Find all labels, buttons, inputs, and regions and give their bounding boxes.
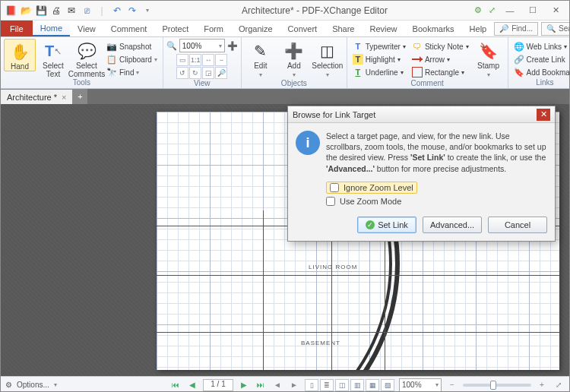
advanced-button[interactable]: Advanced... — [423, 217, 482, 233]
advanced-label: Advanced... — [430, 220, 474, 229]
hand-tool-button[interactable]: ✋ Hand — [4, 39, 36, 71]
zoom-out-button[interactable]: − — [446, 379, 458, 391]
select-comments-button[interactable]: 💬 Select Comments — [71, 39, 103, 78]
email-icon[interactable]: ✉ — [65, 4, 78, 17]
rotate-left-icon[interactable]: ↺ — [176, 67, 188, 79]
continuous-icon[interactable]: ≣ — [320, 379, 334, 391]
web-links-button[interactable]: 🌐Web Links▾ — [511, 40, 570, 52]
zoom-out-icon[interactable]: 🔍 — [166, 41, 177, 51]
find-box[interactable]: 🔎Find... — [494, 22, 538, 36]
prev-page-button[interactable]: ◀ — [186, 379, 198, 391]
launch-icon[interactable]: ⤢ — [486, 4, 498, 17]
undo-icon[interactable]: ↶ — [110, 4, 124, 17]
tab-form[interactable]: Form — [196, 21, 231, 36]
tab-home[interactable]: Home — [33, 21, 70, 36]
history-fwd-button[interactable]: ► — [288, 379, 300, 391]
zoom-in-button[interactable]: + — [536, 379, 548, 391]
tab-organize[interactable]: Organize — [231, 21, 280, 36]
first-page-button[interactable]: ⏮ — [169, 379, 182, 391]
page-number-field[interactable]: 1 / 1 — [203, 379, 233, 391]
fit-visible-icon[interactable]: ◲ — [202, 67, 214, 79]
zoom-status-combo[interactable]: 100%▾ — [399, 378, 442, 392]
select-text-button[interactable]: T⭦ Select Text — [37, 39, 69, 78]
group-comment-label: Comment — [350, 79, 505, 88]
set-link-button[interactable]: ✓Set Link — [357, 217, 416, 233]
single-page-icon[interactable]: ▯ — [305, 379, 318, 391]
open-icon[interactable]: 📂 — [19, 4, 33, 17]
zoom-slider[interactable] — [463, 384, 531, 387]
print-icon[interactable]: 🖨 — [49, 4, 63, 17]
cancel-button[interactable]: Cancel — [488, 217, 547, 233]
create-link-button[interactable]: 🔗Create Link — [511, 53, 570, 65]
fit-button[interactable]: ⤢ — [553, 379, 565, 391]
next-page-button[interactable]: ▶ — [238, 379, 250, 391]
actual-size-icon[interactable]: 1:1 — [189, 54, 201, 66]
zoom-combo[interactable]: 100%▾ — [179, 39, 225, 52]
tab-view[interactable]: View — [70, 21, 103, 36]
tab-comment[interactable]: Comment — [103, 21, 155, 36]
rotate-right-icon[interactable]: ↻ — [189, 67, 201, 79]
weblinks-label: Web Links — [527, 43, 562, 51]
add-label: Add▾ — [287, 62, 301, 79]
tab-share[interactable]: Share — [325, 21, 362, 36]
search-box[interactable]: 🔍Search... — [541, 22, 570, 36]
clipboard-button[interactable]: 📋Clipboard▾ — [104, 53, 160, 65]
snapshot-button[interactable]: 📷Snapshot — [104, 40, 160, 52]
scan-icon[interactable]: ⎚ — [80, 4, 93, 17]
tab-protect[interactable]: Protect — [154, 21, 196, 36]
selection-button[interactable]: ◫Selection▾ — [312, 39, 344, 79]
zoom-out-icon2[interactable]: − — [215, 54, 227, 66]
edit-button[interactable]: ✎Edit▾ — [245, 39, 277, 79]
last-page-button[interactable]: ⏭ — [255, 379, 267, 391]
two-page-icon[interactable]: ◫ — [335, 379, 349, 391]
minimize-button[interactable]: — — [499, 4, 521, 17]
add-bookmark-button[interactable]: 🔖Add Bookmark — [511, 66, 570, 78]
two-continuous-icon[interactable]: ▥ — [350, 379, 364, 391]
dialog-close-button[interactable]: ✕ — [537, 109, 550, 121]
gear-icon[interactable]: ⚙ — [5, 381, 12, 389]
typewriter-label: Typewriter — [366, 43, 401, 51]
document-tab[interactable]: Architecture * × — [1, 89, 72, 104]
fit-page-icon[interactable]: ▭ — [176, 54, 188, 66]
arrow-button[interactable]: Arrow▾ — [410, 53, 471, 65]
qat-dropdown-icon[interactable]: ▾ — [141, 4, 154, 17]
fit-width-icon[interactable]: ↔ — [202, 54, 214, 66]
select-text-label: Select Text — [37, 62, 69, 78]
highlight-button[interactable]: THighlight▾ — [350, 53, 408, 65]
maximize-button[interactable]: ☐ — [522, 4, 543, 17]
layout-5-icon[interactable]: ▦ — [366, 379, 379, 391]
use-zoom-checkbox[interactable]: Use Zoom Mode — [326, 197, 547, 206]
typewriter-button[interactable]: TTypewriter▾ — [350, 40, 408, 52]
stamp-button[interactable]: 🔖Stamp▾ — [473, 39, 505, 79]
dialog-titlebar[interactable]: Browse for Link Target ✕ — [288, 106, 555, 123]
find-button[interactable]: 🔭Find▾ — [104, 66, 160, 78]
tab-convert[interactable]: Convert — [280, 21, 325, 36]
close-tab-icon[interactable]: × — [62, 93, 66, 102]
sticky-note-button[interactable]: 🗨Sticky Note▾ — [410, 40, 471, 52]
document-viewport[interactable]: LIVING ROOM BASEMENT Browse for Link Tar… — [1, 104, 569, 376]
camera-icon: 📷 — [106, 41, 117, 52]
options-button[interactable]: Options... — [17, 381, 49, 389]
ignore-zoom-checkbox[interactable]: Ignore Zoom Level — [326, 182, 417, 194]
file-tab[interactable]: File — [1, 21, 33, 36]
ui-opts-icon[interactable]: ⚙ — [472, 4, 484, 17]
browse-link-target-dialog: Browse for Link Target ✕ i Select a targ… — [287, 106, 556, 242]
tab-review[interactable]: Review — [362, 21, 404, 36]
history-back-button[interactable]: ◄ — [271, 379, 283, 391]
rectangle-button[interactable]: Rectangle▾ — [410, 66, 471, 78]
zoom-thumb[interactable] — [490, 381, 496, 390]
redo-icon[interactable]: ↷ — [125, 4, 139, 17]
save-icon[interactable]: 💾 — [34, 4, 48, 17]
tab-bookmarks[interactable]: Bookmarks — [405, 21, 462, 36]
add-button[interactable]: ➕Add▾ — [278, 39, 310, 79]
zoom-in-icon[interactable]: ➕ — [227, 41, 238, 51]
rectangle-icon — [412, 67, 423, 77]
plan-hline — [157, 332, 559, 333]
zoom-tool-icon[interactable]: 🔎 — [215, 67, 227, 79]
close-button[interactable]: ✕ — [545, 4, 566, 17]
quick-access-toolbar: 📕 📂 💾 🖨 ✉ ⎚ | ↶ ↷ ▾ — [1, 4, 157, 17]
layout-6-icon[interactable]: ▧ — [381, 379, 394, 391]
tab-help[interactable]: Help — [462, 21, 495, 36]
underline-button[interactable]: TUnderline▾ — [350, 66, 408, 78]
new-tab-button[interactable]: + — [72, 89, 87, 104]
